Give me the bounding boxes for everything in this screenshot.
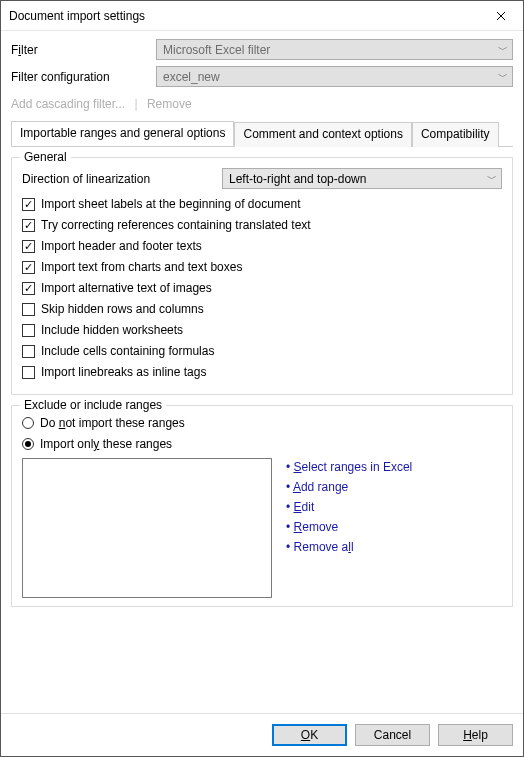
linearization-label: Direction of linearization [22, 172, 222, 186]
chk-import-sheet-labels[interactable]: Import sheet labels at the beginning of … [22, 197, 502, 211]
tabstrip: Importable ranges and general options Co… [11, 121, 513, 147]
checkbox-icon [22, 219, 35, 232]
general-legend: General [20, 150, 71, 164]
chevron-down-icon: ﹀ [498, 43, 508, 57]
linearization-value: Left-to-right and top-down [229, 172, 366, 186]
titlebar: Document import settings [1, 1, 523, 31]
filter-config-row: Filter configuration excel_new ﹀ [11, 66, 513, 87]
ranges-listbox[interactable] [22, 458, 272, 598]
filter-config-value: excel_new [163, 70, 220, 84]
radio-icon [22, 417, 34, 429]
ranges-action-links: Select ranges in Excel Add range Edit Re… [286, 458, 412, 598]
chk-skip-hidden-rows[interactable]: Skip hidden rows and columns [22, 302, 502, 316]
checkbox-icon [22, 240, 35, 253]
filter-row: Filter Microsoft Excel filter ﹀ [11, 39, 513, 60]
linearization-combo[interactable]: Left-to-right and top-down ﹀ [222, 168, 502, 189]
ranges-legend: Exclude or include ranges [20, 398, 166, 412]
dialog-window: Document import settings Filter Microsof… [0, 0, 524, 757]
add-cascading-link[interactable]: Add cascading filter... [11, 97, 125, 111]
link-remove-range[interactable]: Remove [286, 520, 412, 534]
ok-button[interactable]: OK [272, 724, 347, 746]
chevron-down-icon: ﹀ [487, 172, 497, 186]
chk-include-hidden-ws[interactable]: Include hidden worksheets [22, 323, 502, 337]
dialog-footer: OK Cancel Help [1, 713, 523, 756]
filter-label: Filter [11, 43, 156, 57]
ranges-group: Exclude or include ranges Do not import … [11, 405, 513, 607]
close-button[interactable] [478, 1, 523, 30]
linearization-row: Direction of linearization Left-to-right… [22, 168, 502, 189]
link-select-ranges[interactable]: Select ranges in Excel [286, 460, 412, 474]
filter-link-row: Add cascading filter... | Remove [11, 97, 513, 111]
chevron-down-icon: ﹀ [498, 70, 508, 84]
checkbox-icon [22, 198, 35, 211]
remove-filter-link[interactable]: Remove [147, 97, 192, 111]
help-button[interactable]: Help [438, 724, 513, 746]
filter-combo[interactable]: Microsoft Excel filter ﹀ [156, 39, 513, 60]
chk-cells-formulas[interactable]: Include cells containing formulas [22, 344, 502, 358]
checkbox-icon [22, 282, 35, 295]
tab-importable-ranges[interactable]: Importable ranges and general options [11, 121, 234, 146]
radio-import-only[interactable]: Import only these ranges [22, 437, 502, 451]
ranges-actions-row: Select ranges in Excel Add range Edit Re… [22, 458, 502, 598]
checkbox-icon [22, 366, 35, 379]
radio-icon [22, 438, 34, 450]
link-add-range[interactable]: Add range [286, 480, 412, 494]
tab-compatibility[interactable]: Compatibility [412, 122, 499, 147]
tab-comment-context[interactable]: Comment and context options [234, 122, 411, 147]
chk-header-footer[interactable]: Import header and footer texts [22, 239, 502, 253]
chk-alt-text-images[interactable]: Import alternative text of images [22, 281, 502, 295]
filter-config-combo[interactable]: excel_new ﹀ [156, 66, 513, 87]
cancel-button[interactable]: Cancel [355, 724, 430, 746]
radio-do-not-import[interactable]: Do not import these ranges [22, 416, 502, 430]
checkbox-icon [22, 303, 35, 316]
checkbox-icon [22, 324, 35, 337]
checkbox-icon [22, 345, 35, 358]
chk-correct-references[interactable]: Try correcting references containing tra… [22, 218, 502, 232]
close-icon [496, 11, 506, 21]
content-area: Filter Microsoft Excel filter ﹀ Filter c… [1, 31, 523, 713]
link-remove-all[interactable]: Remove all [286, 540, 412, 554]
window-title: Document import settings [9, 9, 145, 23]
chk-charts-textboxes[interactable]: Import text from charts and text boxes [22, 260, 502, 274]
general-group: General Direction of linearization Left-… [11, 157, 513, 395]
chk-linebreaks-inline[interactable]: Import linebreaks as inline tags [22, 365, 502, 379]
filter-config-label: Filter configuration [11, 70, 156, 84]
filter-combo-value: Microsoft Excel filter [163, 43, 270, 57]
link-edit-range[interactable]: Edit [286, 500, 412, 514]
checkbox-icon [22, 261, 35, 274]
